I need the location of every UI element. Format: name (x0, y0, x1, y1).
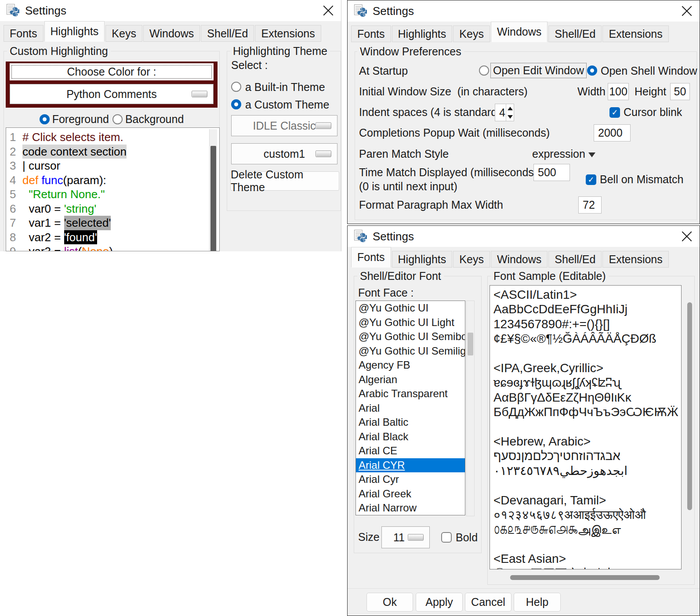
tab-shell-ed[interactable]: Shell/Ed (548, 25, 602, 42)
font-list-item[interactable]: Arial Cyr (356, 472, 465, 487)
tab-extensions[interactable]: Extensions (602, 25, 668, 42)
cursor-blink-checkbox[interactable]: ✓ (609, 107, 620, 118)
time-match-input[interactable]: 500 (533, 164, 570, 181)
font-list-item[interactable]: Arial Black (356, 430, 465, 444)
sample-scrollbar-thumb[interactable] (210, 146, 216, 251)
titlebar[interactable]: Settings (348, 226, 700, 247)
font-sample-text[interactable]: <ASCII/Latin1> AaBbCcDdEeFfGgHhIiJj 1234… (493, 287, 680, 569)
font-list-scrollbar-thumb[interactable] (468, 333, 473, 355)
height-input[interactable]: 50 (670, 83, 690, 100)
cancel-button[interactable]: Cancel (465, 593, 511, 612)
choose-color-button[interactable]: Choose Color for : (10, 63, 214, 80)
font-list-item[interactable]: @Yu Gothic UI Semibold (356, 330, 465, 344)
completions-wait-input[interactable]: 2000 (594, 124, 631, 141)
font-list-item[interactable]: Arial (356, 401, 465, 416)
code-token-string[interactable]: "Return None." (29, 187, 105, 202)
tab-fonts[interactable]: Fonts (351, 25, 391, 42)
titlebar[interactable]: Settings (0, 0, 341, 21)
tab-extensions[interactable]: Extensions (602, 251, 668, 268)
code-sample-line[interactable]: 3| cursor (10, 159, 127, 173)
font-list-item[interactable]: @Yu Gothic UI Light (356, 315, 465, 330)
custom-theme-radio[interactable] (231, 99, 241, 109)
tab-windows[interactable]: Windows (143, 25, 200, 42)
tab-keys[interactable]: Keys (453, 251, 490, 268)
code-sample-line[interactable]: 5 "Return None." (10, 187, 127, 202)
code-sample-line[interactable]: 2code context section (10, 145, 127, 159)
tab-fonts[interactable]: Fonts (351, 247, 391, 268)
code-sample-line[interactable]: 8 var2 = 'found' (10, 230, 127, 245)
highlight-target-menu[interactable]: Python Comments (10, 84, 214, 104)
code-token-plain[interactable]: var0 = (22, 202, 64, 216)
font-list-item-selected[interactable]: Arial CYR (356, 458, 465, 473)
code-token-definition[interactable]: func (41, 173, 63, 188)
ok-button[interactable]: Ok (366, 593, 413, 612)
font-list-item[interactable]: Algerian (356, 373, 465, 387)
builtin-theme-radio[interactable] (231, 82, 241, 92)
font-list-item[interactable]: Arial Narrow (356, 501, 465, 515)
font-sample-hscrollbar-thumb[interactable] (510, 575, 660, 580)
code-token-plain[interactable]: var3 = (22, 244, 64, 251)
help-button[interactable]: Help (514, 593, 561, 612)
font-face-listbox[interactable]: @Yu Gothic UI@Yu Gothic UI Light@Yu Goth… (355, 301, 465, 515)
code-token-comment[interactable]: # Click selects item. (22, 130, 123, 145)
apply-button[interactable]: Apply (416, 593, 463, 612)
font-list-item[interactable]: Arial Baltic (356, 415, 465, 430)
spinbox-arrows[interactable] (506, 104, 514, 121)
code-token-plain[interactable]: var1 = (22, 216, 64, 230)
code-token-context[interactable]: code context section (22, 145, 127, 159)
format-width-input[interactable]: 72 (578, 196, 602, 214)
close-icon[interactable] (680, 230, 693, 243)
tab-shell-ed[interactable]: Shell/Ed (201, 25, 254, 42)
width-input[interactable]: 100 (608, 83, 629, 100)
tab-shell-ed[interactable]: Shell/Ed (548, 251, 602, 268)
spin-down-icon[interactable] (506, 112, 514, 121)
sample-scrollbar[interactable] (209, 129, 217, 251)
font-list-item[interactable]: Arial CE (356, 444, 465, 458)
bold-checkbox[interactable] (441, 532, 452, 543)
open-shell-radio[interactable] (587, 65, 597, 76)
font-size-menu[interactable]: 11 (381, 526, 430, 548)
open-edit-radio[interactable] (479, 65, 489, 76)
tab-highlights[interactable]: Highlights (44, 21, 105, 42)
foreground-radio[interactable] (40, 114, 50, 124)
tab-highlights[interactable]: Highlights (392, 25, 453, 42)
tab-highlights[interactable]: Highlights (392, 251, 453, 268)
open-edit-label[interactable]: Open Edit Window (491, 63, 586, 78)
code-token-keyword[interactable]: def (22, 173, 38, 188)
indent-spinbox[interactable]: 4 (495, 104, 514, 121)
code-sample-line[interactable]: 4def func(param): (10, 173, 127, 188)
custom-theme-menu[interactable]: custom1 (231, 143, 337, 164)
font-sample-box[interactable]: <ASCII/Latin1> AaBbCcDdEeFfGgHhIiJj 1234… (490, 285, 682, 569)
font-sample-vscrollbar-thumb[interactable] (687, 302, 692, 510)
font-list-item[interactable]: Agency FB (356, 358, 465, 373)
tab-windows[interactable]: Windows (491, 251, 548, 268)
close-icon[interactable] (322, 4, 335, 17)
code-token-selected[interactable]: 'selected' (64, 216, 111, 230)
code-token-builtin[interactable]: list (64, 244, 78, 251)
code-sample-line[interactable]: 1# Click selects item. (10, 130, 127, 145)
code-token-keyword[interactable]: None (82, 244, 109, 251)
builtin-theme-menu[interactable]: IDLE Classic (231, 115, 337, 136)
chevron-down-icon[interactable] (588, 152, 595, 157)
tab-keys[interactable]: Keys (105, 25, 142, 42)
code-sample-line[interactable]: 9 var3 = list(None) (10, 244, 127, 251)
code-token-plain[interactable]: (param): (63, 173, 106, 188)
code-token-plain[interactable]: var2 = (22, 230, 64, 245)
titlebar[interactable]: Settings (348, 0, 700, 22)
spin-up-icon[interactable] (506, 104, 514, 112)
bell-on-mismatch-checkbox[interactable]: ✓ (586, 174, 596, 185)
font-list-item[interactable]: @Yu Gothic UI (356, 301, 465, 315)
code-token-plain[interactable]: | cursor (22, 159, 60, 173)
font-sample-vscrollbar[interactable] (686, 285, 693, 569)
delete-custom-theme-button[interactable]: Delete Custom Theme (230, 171, 339, 191)
code-sample-line[interactable]: 7 var1 = 'selected' (10, 216, 127, 230)
code-sample-line[interactable]: 6 var0 = 'string' (10, 202, 127, 216)
code-token-plain[interactable] (38, 173, 41, 188)
background-radio[interactable] (112, 114, 123, 124)
font-list-item[interactable]: Arabic Transparent (356, 387, 465, 401)
code-token-string[interactable]: 'string' (64, 202, 97, 216)
font-list-item[interactable]: @Yu Gothic UI Semilight (356, 344, 465, 359)
paren-style-menu[interactable]: expression (532, 148, 585, 160)
font-list-scrollbar[interactable] (466, 301, 475, 516)
tab-extensions[interactable]: Extensions (255, 25, 321, 42)
